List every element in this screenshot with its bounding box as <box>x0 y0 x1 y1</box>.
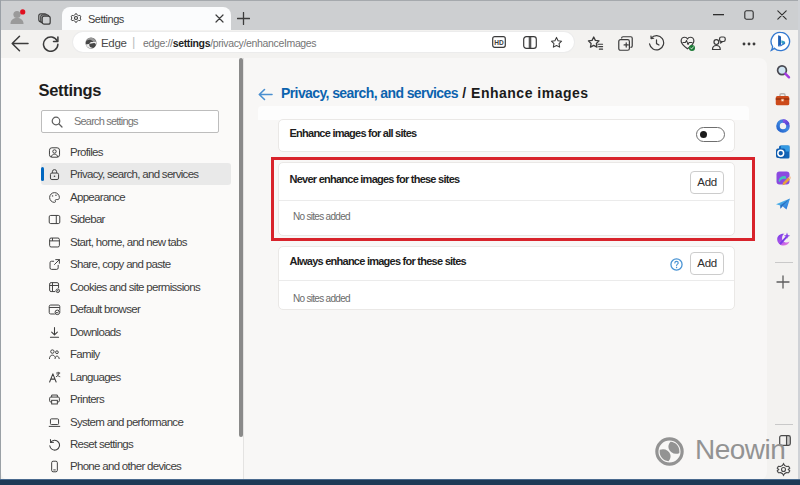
svg-text:HD: HD <box>494 39 504 46</box>
